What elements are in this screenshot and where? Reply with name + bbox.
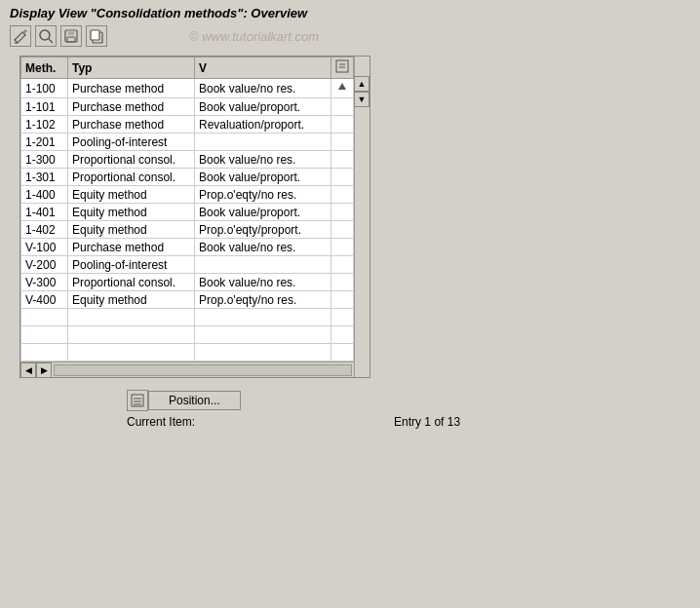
svg-rect-8 [336, 60, 348, 72]
cell-v-2: Revaluation/proport. [195, 116, 331, 133]
cell-icon-9 [331, 239, 354, 256]
cell-meth-0: 1-100 [21, 79, 68, 98]
cell-typ-2: Purchase method [68, 116, 195, 133]
cell-v-6: Prop.o'eqty/no res. [195, 186, 331, 204]
cell-typ-13 [68, 309, 195, 326]
cell-meth-15 [21, 344, 68, 361]
cell-icon-13 [331, 309, 354, 326]
cell-typ-5: Proportional consol. [68, 169, 195, 186]
table-row [21, 344, 354, 361]
cell-v-14 [195, 326, 331, 344]
table-row: 1-102Purchase methodRevaluation/proport. [21, 116, 354, 133]
cell-v-13 [195, 309, 331, 326]
table-row [21, 326, 354, 344]
cell-v-8: Prop.o'eqty/proport. [195, 221, 331, 239]
cell-meth-13 [21, 309, 68, 326]
table-header-row: Meth. Typ V [21, 57, 354, 79]
cell-icon-2 [331, 116, 354, 133]
table-row: V-400Equity methodProp.o'eqty/no res. [21, 291, 354, 309]
cell-icon-8 [331, 221, 354, 239]
cell-v-11: Book value/no res. [195, 274, 331, 291]
toolbar-btn-4[interactable] [86, 25, 107, 47]
page-title: Display View "Consolidation methods": Ov… [10, 6, 307, 20]
cell-typ-3: Pooling-of-interest [68, 133, 195, 151]
table-row: 1-300Proportional consol.Book value/no r… [21, 151, 354, 169]
cell-icon-7 [331, 204, 354, 221]
cell-icon-12 [331, 291, 354, 309]
cell-typ-0: Purchase method [68, 79, 195, 98]
cell-icon-3 [331, 133, 354, 151]
vscroll-up-btn[interactable]: ▲ [354, 76, 369, 92]
svg-marker-11 [338, 83, 346, 90]
toolbar-btn-2[interactable] [35, 25, 57, 47]
cell-meth-12: V-400 [21, 291, 68, 309]
svg-rect-4 [68, 30, 74, 35]
cell-icon-1 [331, 98, 354, 116]
position-button[interactable]: Position... [148, 391, 241, 410]
cell-icon-15 [331, 344, 354, 361]
cell-v-1: Book value/proport. [195, 98, 331, 116]
col-header-v: V [195, 57, 331, 79]
cell-meth-4: 1-300 [21, 151, 68, 169]
position-area: Position... [127, 390, 690, 411]
cell-icon-0 [331, 79, 354, 98]
vscroll-down-btn[interactable]: ▼ [354, 92, 369, 107]
svg-rect-7 [91, 30, 99, 40]
cell-v-7: Book value/proport. [195, 204, 331, 221]
cell-typ-14 [68, 326, 195, 344]
entry-info: Entry 1 of 13 [394, 415, 460, 429]
cell-icon-11 [331, 274, 354, 291]
cell-typ-6: Equity method [68, 186, 195, 204]
cell-typ-8: Equity method [68, 221, 195, 239]
cell-meth-14 [21, 326, 68, 344]
cell-meth-1: 1-101 [21, 98, 68, 116]
cell-meth-8: 1-402 [21, 221, 68, 239]
table-row: 1-100Purchase methodBook value/no res. [21, 79, 354, 98]
col-header-meth: Meth. [21, 57, 68, 79]
cell-v-12: Prop.o'eqty/no res. [195, 291, 331, 309]
cell-v-5: Book value/proport. [195, 169, 331, 186]
table-row: 1-402Equity methodProp.o'eqty/proport. [21, 221, 354, 239]
cell-icon-10 [331, 256, 354, 274]
cell-typ-4: Proportional consol. [68, 151, 195, 169]
cell-icon-14 [331, 326, 354, 344]
cell-typ-1: Purchase method [68, 98, 195, 116]
table-row: 1-400Equity methodProp.o'eqty/no res. [21, 186, 354, 204]
cell-meth-5: 1-301 [21, 169, 68, 186]
toolbar-btn-3[interactable] [60, 25, 82, 47]
col-header-icon [331, 57, 354, 79]
position-icon [127, 390, 148, 411]
main-content: Meth. Typ V 1-100Purchase methodBook val… [0, 50, 700, 435]
hscroll-left-btn[interactable]: ◀ [20, 362, 36, 378]
table-row [21, 309, 354, 326]
cell-typ-9: Purchase method [68, 239, 195, 256]
cell-icon-5 [331, 169, 354, 186]
cell-icon-4 [331, 151, 354, 169]
toolbar: © www.tutorialkart.com [0, 22, 700, 50]
cell-typ-12: Equity method [68, 291, 195, 309]
cell-typ-10: Pooling-of-interest [68, 256, 195, 274]
table-row: 1-201Pooling-of-interest [21, 133, 354, 151]
hscroll-track[interactable] [54, 364, 352, 376]
cell-typ-7: Equity method [68, 204, 195, 221]
table-row: 1-101Purchase methodBook value/proport. [21, 98, 354, 116]
cell-typ-15 [68, 344, 195, 361]
cell-meth-2: 1-102 [21, 116, 68, 133]
cell-icon-6 [331, 186, 354, 204]
cell-meth-3: 1-201 [21, 133, 68, 151]
cell-meth-10: V-200 [21, 256, 68, 274]
toolbar-btn-1[interactable] [10, 25, 31, 47]
bottom-info: Current Item: Entry 1 of 13 [127, 415, 690, 429]
table-row: V-100Purchase methodBook value/no res. [21, 239, 354, 256]
hscroll-right-btn[interactable]: ▶ [36, 362, 52, 378]
bottom-scrollbar: ◀ ▶ ▶ [20, 361, 369, 377]
svg-rect-5 [67, 37, 75, 42]
svg-point-1 [40, 30, 50, 40]
cell-meth-9: V-100 [21, 239, 68, 256]
cell-meth-6: 1-400 [21, 186, 68, 204]
cell-v-0: Book value/no res. [195, 79, 331, 98]
table-row: V-300Proportional consol.Book value/no r… [21, 274, 354, 291]
cell-typ-11: Proportional consol. [68, 274, 195, 291]
col-header-typ: Typ [68, 57, 195, 79]
table-container: Meth. Typ V 1-100Purchase methodBook val… [19, 56, 370, 378]
